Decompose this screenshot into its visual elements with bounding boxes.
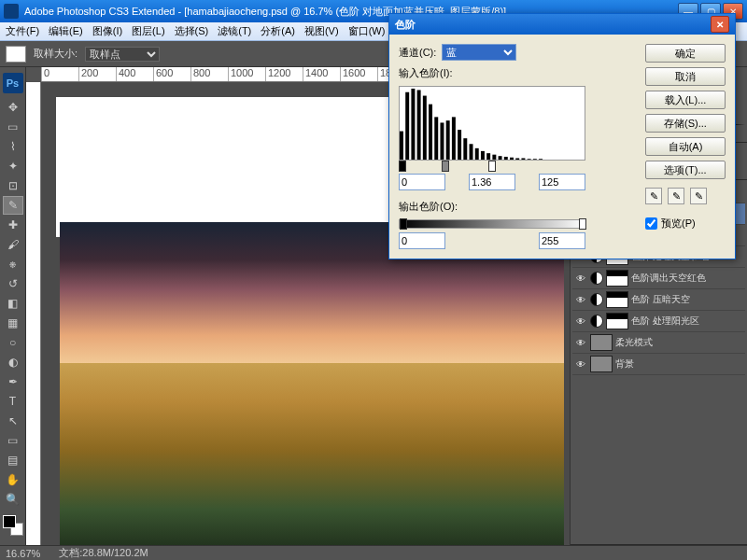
- path-tool[interactable]: ↖: [3, 412, 23, 430]
- history-brush-tool[interactable]: ↺: [3, 274, 23, 293]
- auto-button[interactable]: 自动(A): [645, 137, 726, 156]
- save-button[interactable]: 存储(S)...: [645, 114, 726, 133]
- ruler-vertical: [26, 82, 41, 545]
- layer-thumb: [590, 334, 613, 351]
- layer-thumb: [590, 356, 613, 372]
- load-button[interactable]: 载入(L)...: [645, 91, 726, 109]
- layer-name: 色阶 处理阳光区: [631, 315, 743, 328]
- eyedropper-black-icon[interactable]: ✎: [645, 188, 662, 204]
- marquee-tool[interactable]: ▭: [3, 118, 23, 136]
- gradient-tool[interactable]: ▦: [3, 314, 23, 332]
- menu-file[interactable]: 文件(F): [6, 24, 39, 38]
- ruler-tick: 400: [116, 67, 135, 82]
- svg-rect-3: [411, 89, 415, 160]
- menu-filter[interactable]: 滤镜(T): [218, 24, 251, 38]
- layer-row[interactable]: 👁背景: [572, 354, 745, 375]
- move-tool[interactable]: ✥: [3, 98, 23, 117]
- options-button[interactable]: 选项(T)...: [645, 161, 726, 179]
- sample-size-select[interactable]: 取样点: [85, 47, 160, 62]
- ruler-tick: 1000: [228, 67, 253, 82]
- preview-checkbox[interactable]: 预览(P): [645, 217, 726, 231]
- zoom-level[interactable]: 16.67%: [6, 548, 40, 559]
- menu-window[interactable]: 窗口(W): [348, 24, 386, 38]
- brush-tool[interactable]: 🖌: [3, 235, 23, 254]
- lasso-tool[interactable]: ⌇: [3, 137, 23, 156]
- blur-tool[interactable]: ○: [3, 333, 23, 352]
- output-black-field[interactable]: [399, 232, 445, 249]
- out-black-handle[interactable]: [400, 218, 407, 230]
- layer-mask-thumb: [606, 270, 628, 287]
- eyedropper-white-icon[interactable]: ✎: [690, 188, 707, 204]
- svg-rect-14: [475, 148, 479, 160]
- input-black-field[interactable]: [399, 174, 445, 190]
- cancel-button[interactable]: 取消: [645, 67, 726, 86]
- pen-tool[interactable]: ✒: [3, 372, 23, 391]
- eraser-tool[interactable]: ◧: [3, 294, 23, 313]
- out-white-handle[interactable]: [579, 218, 586, 230]
- white-handle[interactable]: [488, 161, 496, 172]
- svg-rect-6: [429, 105, 432, 160]
- preview-check-input[interactable]: [645, 217, 657, 230]
- layer-row[interactable]: 👁色阶 压暗天空: [572, 289, 745, 311]
- ruler-tick: 1600: [340, 67, 365, 82]
- svg-rect-22: [521, 158, 525, 160]
- visibility-icon[interactable]: 👁: [574, 357, 587, 371]
- zoom-tool[interactable]: 🔍: [3, 490, 23, 509]
- ruler-tick: 200: [78, 67, 98, 82]
- stamp-tool[interactable]: ⎈: [3, 255, 23, 273]
- svg-rect-18: [499, 156, 502, 160]
- heal-tool[interactable]: ✚: [3, 216, 23, 234]
- doc-size: 文档:28.8M/120.2M: [59, 546, 148, 560]
- output-slider[interactable]: [399, 219, 585, 229]
- dodge-tool[interactable]: ◐: [3, 353, 23, 371]
- layer-name: 色阶 压暗天空: [631, 293, 743, 306]
- gamma-handle[interactable]: [442, 161, 449, 172]
- shape-tool[interactable]: ▭: [3, 431, 23, 450]
- visibility-icon[interactable]: 👁: [574, 293, 587, 306]
- input-slider[interactable]: [399, 162, 585, 170]
- visibility-icon[interactable]: 👁: [574, 315, 587, 328]
- menu-analysis[interactable]: 分析(A): [261, 24, 295, 38]
- ruler-tick: 1400: [303, 67, 328, 82]
- menu-select[interactable]: 选择(S): [175, 24, 209, 38]
- dialog-close-button[interactable]: ✕: [711, 16, 729, 33]
- ok-button[interactable]: 确定: [645, 44, 726, 63]
- svg-rect-10: [452, 117, 456, 160]
- output-white-field[interactable]: [539, 232, 585, 249]
- layer-row[interactable]: 👁色阶调出天空红色: [572, 268, 745, 289]
- svg-rect-21: [515, 158, 519, 160]
- menu-view[interactable]: 视图(V): [304, 24, 339, 38]
- black-handle[interactable]: [399, 161, 406, 172]
- menu-image[interactable]: 图像(I): [92, 24, 122, 38]
- svg-rect-9: [446, 120, 450, 160]
- type-tool[interactable]: T: [3, 392, 23, 411]
- layer-name: 色阶调出天空红色: [631, 272, 743, 285]
- fg-color[interactable]: [3, 515, 16, 528]
- svg-rect-15: [481, 151, 485, 160]
- app-icon: [4, 4, 19, 19]
- crop-tool[interactable]: ⊡: [3, 176, 23, 195]
- eyedropper-tool[interactable]: ✎: [3, 196, 23, 215]
- eyedropper-gray-icon[interactable]: ✎: [668, 188, 684, 204]
- levels-dialog: 色阶 ✕ 通道(C): 蓝 输入色阶(I):: [388, 13, 736, 259]
- layer-row[interactable]: 👁柔光模式: [572, 332, 745, 354]
- input-white-field[interactable]: [539, 174, 585, 190]
- dialog-titlebar[interactable]: 色阶 ✕: [389, 14, 735, 35]
- svg-rect-7: [434, 117, 438, 160]
- menu-layer[interactable]: 图层(L): [132, 24, 164, 38]
- hand-tool[interactable]: ✋: [3, 470, 23, 489]
- channel-select[interactable]: 蓝: [442, 44, 516, 61]
- wand-tool[interactable]: ✦: [3, 157, 23, 175]
- input-gamma-field[interactable]: [469, 174, 515, 190]
- svg-rect-17: [492, 155, 496, 160]
- notes-tool[interactable]: ▤: [3, 451, 23, 469]
- layer-row[interactable]: 👁色阶 处理阳光区: [572, 311, 745, 332]
- color-swatches[interactable]: [3, 515, 23, 536]
- menu-edit[interactable]: 编辑(E): [49, 24, 83, 38]
- input-levels-label: 输入色阶(I):: [399, 66, 452, 80]
- tool-preset-icon[interactable]: [6, 46, 26, 63]
- visibility-icon[interactable]: 👁: [574, 272, 587, 285]
- visibility-icon[interactable]: 👁: [574, 336, 587, 349]
- layer-name: 柔光模式: [615, 336, 743, 349]
- svg-rect-8: [440, 122, 444, 160]
